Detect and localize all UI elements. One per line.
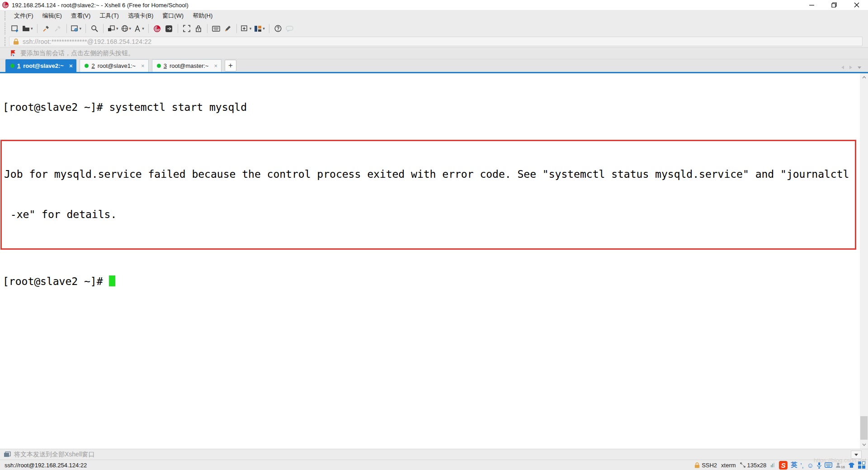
menu-bar: 文件(F) 编辑(E) 查看(V) 工具(T) 选项卡(B) 窗口(W) 帮助(…: [0, 10, 868, 21]
fullscreen-icon: [183, 25, 190, 32]
error-highlight-box: Job for mysqld.service failed because th…: [0, 140, 856, 250]
menu-tab[interactable]: 选项卡(B): [124, 10, 157, 21]
ime-toolbox-icon[interactable]: 16: [835, 461, 845, 469]
tab-bar: 1 root@slave2:~ × 2 root@slave1:~ × 3 ro…: [0, 59, 868, 73]
menu-file[interactable]: 文件(F): [10, 10, 38, 21]
proxy-button[interactable]: ▾: [120, 23, 133, 34]
restore-button[interactable]: [823, 0, 845, 10]
toolbar-separator: [269, 24, 269, 33]
font-button[interactable]: ▾: [132, 23, 146, 34]
terminal-output: [root@slave2 ~]# systemctl start mysqld …: [3, 74, 860, 315]
tab-close-icon[interactable]: ×: [214, 63, 217, 69]
new-tab-button[interactable]: +: [225, 60, 236, 71]
compose-pane-button[interactable]: ▾: [106, 23, 120, 34]
connect-plug-icon: [42, 25, 50, 32]
toolbar-separator: [66, 24, 67, 33]
tab-number: 2: [91, 62, 94, 69]
minimize-button[interactable]: [800, 0, 823, 10]
address-drag-handle[interactable]: [5, 37, 6, 46]
menu-tools[interactable]: 工具(T): [95, 10, 123, 21]
toolbar-drag-handle[interactable]: [5, 23, 6, 34]
chevron-down-icon: ▾: [80, 27, 82, 31]
toolbar: ▾ ▾ ▾ ▾ ▾: [0, 21, 868, 36]
terminal-screen[interactable]: [root@slave2 ~]# systemctl start mysqld …: [0, 73, 868, 449]
send-all-label[interactable]: 将文本发送到全部Xshell窗口: [14, 451, 94, 459]
help-button[interactable]: [272, 23, 284, 34]
scroll-up-button[interactable]: [860, 73, 868, 81]
ime-punctuation-toggle[interactable]: ’,: [800, 461, 804, 469]
minimize-icon: [809, 3, 814, 8]
status-right-cluster: https://blog.csdn.net SSH2 xterm 135x28 …: [694, 461, 865, 470]
find-button[interactable]: [89, 23, 100, 34]
highlight-pen-button[interactable]: [222, 23, 234, 34]
ime-menu-grid-icon[interactable]: [858, 461, 865, 469]
terminal-cursor: [109, 275, 115, 286]
xftp-launcher-button[interactable]: [163, 23, 175, 34]
connected-dot-icon: [157, 64, 161, 68]
sogou-logo-icon[interactable]: S: [779, 461, 788, 470]
tab-scroll-left-icon[interactable]: [841, 65, 844, 70]
toolbar-separator: [85, 24, 86, 33]
tab-root-slave2[interactable]: 1 root@slave2:~ ×: [5, 59, 76, 72]
font-icon: [134, 25, 141, 32]
menu-help[interactable]: 帮助(H): [189, 10, 217, 21]
connection-url: ssh://root:**************@192.168.254.12…: [23, 38, 151, 45]
tab-number: 1: [17, 62, 20, 69]
arrange-windows-button[interactable]: ▾: [253, 23, 266, 34]
address-input[interactable]: ssh://root:**************@192.168.254.12…: [9, 37, 863, 46]
session-properties-button[interactable]: ▾: [70, 23, 83, 34]
tab-close-icon[interactable]: ×: [69, 63, 73, 69]
menu-window[interactable]: 窗口(W): [158, 10, 188, 21]
ime-mic-icon[interactable]: [817, 462, 821, 469]
open-folder-icon: [22, 25, 30, 32]
open-session-button[interactable]: ▾: [21, 23, 34, 34]
lock-screen-button[interactable]: [193, 23, 204, 34]
chevron-down-icon: ▾: [129, 27, 132, 31]
menu-view[interactable]: 查看(V): [67, 10, 94, 21]
tab-close-icon[interactable]: ×: [141, 63, 145, 69]
tab-root-master[interactable]: 3 root@master:~ ×: [152, 59, 222, 72]
chat-bubble-icon: [286, 26, 293, 32]
globe-icon: [121, 25, 128, 32]
ime-keyboard-icon[interactable]: [825, 462, 832, 468]
xshell-launcher-button[interactable]: [151, 23, 163, 34]
toolbar-separator: [148, 24, 149, 33]
chevron-down-icon: ▾: [142, 27, 144, 31]
ssh-lock-icon: [694, 462, 700, 468]
ime-badge: 16: [841, 465, 845, 469]
send-bar-dropdown-button[interactable]: [851, 451, 862, 459]
new-terminal-window-button[interactable]: ▾: [240, 23, 253, 34]
lock-icon: [195, 25, 202, 32]
new-session-button[interactable]: [9, 23, 21, 34]
tab-list-dropdown-icon[interactable]: [857, 66, 862, 69]
disconnect-button[interactable]: [52, 23, 64, 34]
fullscreen-button[interactable]: [181, 23, 193, 34]
ime-skin-icon[interactable]: [848, 462, 855, 468]
terminal-prompt: [root@slave2 ~]#: [3, 275, 109, 287]
window-title: 192.168.254.124 - root@slave2:~ - Xshell…: [12, 2, 189, 9]
tab-scroll-right-icon[interactable]: [849, 65, 853, 70]
feedback-button[interactable]: [284, 23, 296, 34]
terminal-scrollbar[interactable]: [860, 73, 868, 449]
chevron-down-icon: ▾: [116, 27, 118, 31]
restore-icon: [831, 2, 837, 8]
menu-edit[interactable]: 编辑(E): [38, 10, 66, 21]
flag-icon: [10, 50, 17, 57]
tab-root-slave1[interactable]: 2 root@slave1:~ ×: [80, 59, 148, 72]
notice-bar: 要添加当前会话，点击左侧的箭头按钮。: [0, 47, 868, 59]
toolbar-separator: [37, 24, 38, 33]
xshell-logo-icon: [2, 1, 9, 9]
protocol-indicator: SSH2: [694, 462, 717, 469]
ime-toolbar: S 英 ’, ☺ 16: [779, 461, 865, 470]
menu-drag-handle[interactable]: [5, 11, 6, 20]
close-button[interactable]: [845, 0, 868, 10]
connected-dot-icon: [10, 64, 14, 68]
scrollbar-thumb[interactable]: [860, 416, 868, 440]
scroll-down-button[interactable]: [860, 441, 868, 449]
tab-label: root@slave2:~: [23, 62, 64, 69]
ime-language-toggle[interactable]: 英: [791, 461, 797, 469]
status-connection-url: ssh://root@192.168.254.124:22: [5, 462, 87, 469]
virtual-keyboard-button[interactable]: [210, 23, 222, 34]
connect-button[interactable]: [40, 23, 52, 34]
ime-emoji-icon[interactable]: ☺: [807, 461, 814, 469]
